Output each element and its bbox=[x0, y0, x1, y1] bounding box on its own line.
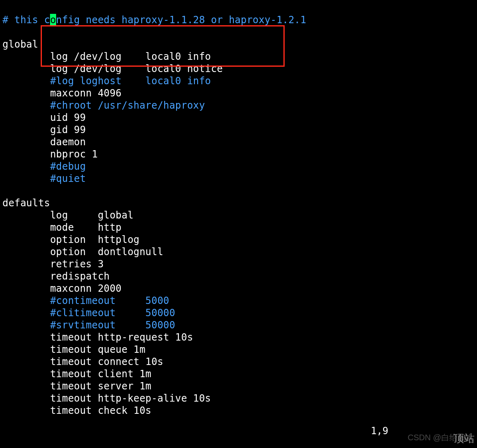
defaults-mode: mode http bbox=[2, 222, 122, 233]
defaults-clitimeout: #clitimeout 50000 bbox=[2, 307, 175, 319]
terminal-editor[interactable]: # this config needs haproxy-1.1.28 or ha… bbox=[0, 0, 477, 431]
global-gid: gid 99 bbox=[2, 124, 86, 135]
global-log-1: log /dev/log local0 info bbox=[2, 51, 211, 62]
global-quiet: #quiet bbox=[2, 173, 86, 184]
section-defaults: defaults bbox=[2, 197, 50, 209]
defaults-timeout-keepalive: timeout http-keep-alive 10s bbox=[2, 393, 211, 404]
global-daemon: daemon bbox=[2, 136, 86, 148]
defaults-timeout-client: timeout client 1m bbox=[2, 368, 151, 380]
section-global: global bbox=[2, 39, 38, 50]
editor-cursor: o bbox=[50, 14, 56, 26]
global-log-comment: #log loghost local0 info bbox=[2, 75, 211, 87]
global-uid: uid 99 bbox=[2, 112, 86, 123]
defaults-timeout-check: timeout check 10s bbox=[2, 405, 151, 416]
defaults-option-httplog: option httplog bbox=[2, 234, 139, 245]
corner-label: 顶站 bbox=[453, 431, 475, 446]
defaults-timeout-connect: timeout connect 10s bbox=[2, 356, 163, 367]
defaults-log: log global bbox=[2, 210, 133, 221]
defaults-timeout-server: timeout server 1m bbox=[2, 380, 151, 392]
defaults-redispatch: redispatch bbox=[2, 271, 110, 282]
comment-line: # this config needs haproxy-1.1.28 or ha… bbox=[2, 14, 306, 26]
global-nbproc: nbproc 1 bbox=[2, 149, 98, 160]
comment-suffix: nfig needs haproxy-1.1.28 or haproxy-1.2… bbox=[56, 14, 306, 26]
vim-status-position: 1,9 bbox=[371, 425, 388, 437]
defaults-option-dontlognull: option dontlognull bbox=[2, 246, 163, 258]
defaults-srvtimeout: #srvtimeout 50000 bbox=[2, 319, 175, 331]
defaults-maxconn: maxconn 2000 bbox=[2, 283, 122, 294]
comment-prefix: # this c bbox=[2, 14, 50, 26]
global-chroot: #chroot /usr/share/haproxy bbox=[2, 100, 205, 111]
global-log-2: log /dev/log local0 notice bbox=[2, 63, 223, 74]
defaults-timeout-http-request: timeout http-request 10s bbox=[2, 332, 193, 343]
global-maxconn: maxconn 4096 bbox=[2, 87, 122, 99]
global-debug: #debug bbox=[2, 161, 86, 172]
defaults-timeout-queue: timeout queue 1m bbox=[2, 344, 146, 355]
defaults-contimeout: #contimeout 5000 bbox=[2, 295, 169, 306]
defaults-retries: retries 3 bbox=[2, 258, 104, 270]
